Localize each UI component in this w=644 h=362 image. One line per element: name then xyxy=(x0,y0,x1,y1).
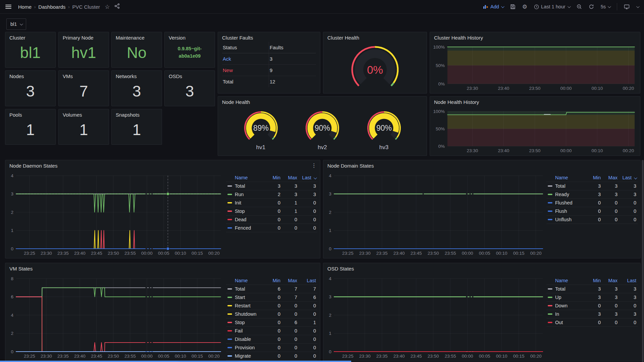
legend-item-total[interactable]: Total333 xyxy=(226,182,317,190)
stat-panel-maintenance: Maintenance No xyxy=(111,32,162,68)
node-health-history-chart[interactable]: 0%50%100%23:3023:4023:5000:0000:1000:20 xyxy=(432,108,638,154)
gauge-hv2: 90% hv2 xyxy=(304,111,341,151)
legend-item-down[interactable]: Down000 xyxy=(546,302,638,310)
dashboard-settings-icon[interactable]: ⚙ xyxy=(522,3,527,10)
panel-title[interactable]: Cluster Health History xyxy=(430,32,640,41)
fault-status[interactable]: Ack xyxy=(222,53,269,64)
legend-item-total[interactable]: Total333 xyxy=(546,285,638,293)
svg-text:4: 4 xyxy=(11,313,13,318)
series-swatch xyxy=(548,202,552,203)
series-swatch xyxy=(548,194,552,195)
panel-title[interactable]: Node Daemon States xyxy=(5,160,320,169)
panel-title[interactable]: Cluster Faults xyxy=(218,32,320,41)
legend-item-provision[interactable]: Provision000 xyxy=(226,344,317,352)
breadcrumb-separator-icon: › xyxy=(34,4,36,9)
svg-text:00:10: 00:10 xyxy=(175,354,186,359)
node-domain-states-chart[interactable]: 0123423:2523:3023:3523:4023:4523:5023:55… xyxy=(325,172,546,257)
legend-item-fenced[interactable]: Fenced000 xyxy=(226,224,317,232)
fault-status[interactable]: New xyxy=(222,65,269,76)
chevron-down-icon xyxy=(20,22,23,25)
add-button[interactable]: Add xyxy=(483,4,503,9)
legend-item-run[interactable]: Run233 xyxy=(226,190,317,199)
svg-text:23:25: 23:25 xyxy=(24,251,35,256)
variable-selector-cluster[interactable]: bl1 xyxy=(6,18,26,30)
cluster-health-gauge: 0% xyxy=(325,43,425,93)
legend-item-out[interactable]: Out000 xyxy=(546,318,638,327)
svg-text:23:50: 23:50 xyxy=(428,354,439,359)
time-range-picker[interactable]: Last 1 hour xyxy=(534,4,570,9)
vm-states-chart[interactable]: 0246823:2523:3023:3523:4023:4523:5023:55… xyxy=(7,275,224,360)
svg-text:23:40: 23:40 xyxy=(498,86,509,91)
svg-text:23:50: 23:50 xyxy=(108,354,119,359)
series-swatch xyxy=(227,305,232,306)
legend-item-dead[interactable]: Dead000 xyxy=(226,216,317,224)
node-health-gauges: 89% hv1 90% hv2 90% hv3 xyxy=(218,107,427,155)
legend-item-disable[interactable]: Disable000 xyxy=(226,335,317,344)
fault-status[interactable]: Total xyxy=(222,76,269,87)
kiosk-mode-icon[interactable] xyxy=(624,4,630,9)
legend-item-ready[interactable]: Ready333 xyxy=(546,190,638,199)
column-header-status[interactable]: Status xyxy=(222,42,269,53)
refresh-icon[interactable] xyxy=(589,4,594,9)
table-row: Total 12 xyxy=(222,76,316,87)
svg-text:00:00: 00:00 xyxy=(141,354,153,359)
refresh-interval-dropdown[interactable]: 5s xyxy=(601,4,610,9)
share-icon[interactable] xyxy=(114,3,120,10)
svg-text:6: 6 xyxy=(11,294,13,299)
panel-vm-states: VM States 0246823:2523:3023:3523:4023:45… xyxy=(5,263,320,361)
svg-text:23:50: 23:50 xyxy=(529,148,541,153)
menu-toggle-icon[interactable] xyxy=(5,5,11,9)
panel-cluster-health: Cluster Health 0% xyxy=(323,32,427,94)
stat-value: 7 xyxy=(59,76,109,106)
series-swatch xyxy=(548,219,552,220)
breadcrumb-home[interactable]: Home xyxy=(18,4,32,10)
breadcrumb-dashboards[interactable]: Dashboards xyxy=(38,4,65,10)
legend-item-fail[interactable]: Fail000 xyxy=(226,327,317,335)
cluster-health-history-chart[interactable]: 0%50%100%23:3023:4023:5000:0000:1000:20 xyxy=(432,44,638,92)
legend-item-init[interactable]: Init010 xyxy=(226,199,317,207)
svg-text:23:40: 23:40 xyxy=(74,251,86,256)
node-daemon-states-chart[interactable]: 0123423:2523:3023:3523:4023:4523:5023:55… xyxy=(7,172,224,257)
legend-item-up[interactable]: Up333 xyxy=(546,293,638,302)
svg-text:23:40: 23:40 xyxy=(393,354,405,359)
panel-title[interactable]: Node Domain States xyxy=(323,160,640,169)
chevron-down-icon[interactable] xyxy=(636,5,640,8)
legend-item-shutdown[interactable]: Shutdown000 xyxy=(226,310,317,318)
panel-menu-icon[interactable]: ⋮ xyxy=(311,163,317,168)
zoom-out-time-icon[interactable] xyxy=(577,4,582,9)
legend-item-start[interactable]: Start076 xyxy=(226,293,317,302)
legend-item-in[interactable]: In333 xyxy=(546,310,638,318)
panel-title[interactable]: OSD States xyxy=(323,263,640,272)
series-swatch xyxy=(227,219,232,220)
nav-divider xyxy=(617,3,617,10)
save-dashboard-icon[interactable] xyxy=(510,4,516,9)
svg-text:2: 2 xyxy=(329,210,331,215)
panel-title[interactable]: Node Health History xyxy=(430,97,640,105)
svg-text:00:00: 00:00 xyxy=(560,86,572,91)
stat-panel-networks: Networks 3 xyxy=(111,70,162,106)
legend-item-total[interactable]: Total333 xyxy=(546,182,638,190)
svg-text:00:00: 00:00 xyxy=(462,251,473,256)
page-scrollbar[interactable] xyxy=(642,160,644,362)
osd-states-chart[interactable]: 0123423:2523:3023:3523:4023:4523:5023:55… xyxy=(325,275,546,360)
svg-text:00:05: 00:05 xyxy=(479,251,490,256)
svg-text:100%: 100% xyxy=(433,109,445,114)
legend-item-unflush[interactable]: Unflush000 xyxy=(546,216,638,224)
legend-item-stop[interactable]: Stop010 xyxy=(226,207,317,216)
table-row: Ack 3 xyxy=(222,53,316,65)
legend-item-total[interactable]: Total677 xyxy=(226,285,317,293)
legend-item-restart[interactable]: Restart000 xyxy=(226,302,317,310)
legend-item-migrate[interactable]: Migrate000 xyxy=(226,352,317,360)
gauge-label: hv1 xyxy=(256,144,265,151)
svg-text:00:05: 00:05 xyxy=(479,354,490,359)
star-icon[interactable]: ☆ xyxy=(105,3,110,10)
legend-item-stop[interactable]: Stop061 xyxy=(226,318,317,327)
svg-text:00:20: 00:20 xyxy=(530,354,542,359)
legend-item-flushed[interactable]: Flushed000 xyxy=(546,199,638,207)
panel-title[interactable]: VM States xyxy=(5,263,320,272)
column-header-faults[interactable]: Faults xyxy=(269,42,316,53)
legend-item-flush[interactable]: Flush000 xyxy=(546,207,638,216)
svg-text:23:35: 23:35 xyxy=(376,251,388,256)
panel-title[interactable]: Cluster Health xyxy=(323,32,427,41)
panel-title[interactable]: Node Health xyxy=(218,97,427,105)
